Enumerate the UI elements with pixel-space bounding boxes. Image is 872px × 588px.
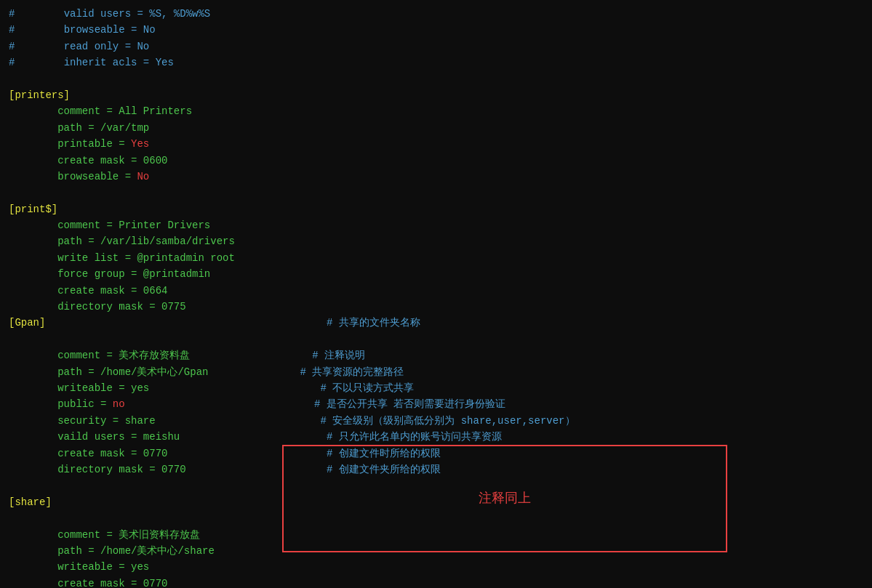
code-token: vaild users = meishu xyxy=(9,429,180,445)
code-token: # 安全级别（级别高低分别为 share,user,server） xyxy=(156,413,575,429)
code-token: path = /home/美术中心/Gpan xyxy=(9,364,208,380)
code-token: writeable = xyxy=(9,380,131,396)
code-token: public = xyxy=(9,396,113,412)
code-token: # 共享资源的完整路径 xyxy=(208,364,404,380)
code-line: path = /var/lib/samba/drivers xyxy=(9,233,863,249)
code-token: # 只允许此名单内的账号访问共享资源 xyxy=(180,429,501,445)
annotation-box: 注释同上 xyxy=(282,445,727,552)
code-token: create mask = 0770 xyxy=(9,446,167,462)
code-line xyxy=(9,185,863,201)
code-line: comment = 美术存放资料盘 # 注释说明 xyxy=(9,347,863,363)
code-token: write list = @printadmin root xyxy=(9,250,235,266)
code-line: create mask = 0664 xyxy=(9,283,863,299)
code-token: # 注释说明 xyxy=(190,347,365,363)
code-token: # xyxy=(9,6,15,22)
code-token: browseable = xyxy=(9,169,137,185)
code-token: yes xyxy=(131,559,149,575)
code-line: directory mask = 0775 xyxy=(9,299,863,315)
code-line: create mask = 0770 xyxy=(9,576,863,588)
code-line: # inherit acls = Yes xyxy=(9,55,863,71)
code-token: # 共享的文件夹名称 xyxy=(45,315,420,331)
code-token: [share] xyxy=(9,494,52,510)
code-token: inherit acls = Yes xyxy=(15,55,173,71)
code-token: yes xyxy=(131,380,149,396)
code-token: comment = All Printers xyxy=(9,103,192,119)
code-line: path = /home/美术中心/Gpan # 共享资源的完整路径 xyxy=(9,364,863,380)
code-token: valid users = %S, %D%w%S xyxy=(15,6,210,22)
code-token: create mask = 0664 xyxy=(9,283,167,299)
code-token: comment = 美术旧资料存放盘 xyxy=(9,527,200,543)
code-line: vaild users = meishu # 只允许此名单内的账号访问共享资源 xyxy=(9,429,863,445)
code-line: [print$] xyxy=(9,201,863,217)
code-line: printable = Yes xyxy=(9,136,863,152)
code-line: security = share # 安全级别（级别高低分别为 share,us… xyxy=(9,413,863,429)
code-token: [printers] xyxy=(9,87,70,103)
code-line xyxy=(9,71,863,87)
code-token: # 是否公开共享 若否则需要进行身份验证 xyxy=(125,396,506,412)
code-token: comment = Printer Drivers xyxy=(9,217,210,233)
code-line xyxy=(9,331,863,347)
code-token: path = /var/lib/samba/drivers xyxy=(9,233,235,249)
code-token: # xyxy=(9,55,15,71)
code-token: # 不以只读方式共享 xyxy=(149,380,414,396)
code-token: read only = No xyxy=(15,39,149,55)
code-token: path = /var/tmp xyxy=(9,120,149,136)
code-line: force group = @printadmin xyxy=(9,266,863,282)
code-line: # read only = No xyxy=(9,39,863,55)
code-line: [Gpan] # 共享的文件夹名称 xyxy=(9,315,863,331)
code-token: comment = 美术存放资料盘 xyxy=(9,347,190,363)
code-token: force group = @printadmin xyxy=(9,266,210,282)
code-token: Yes xyxy=(131,136,149,152)
code-line: writeable = yes # 不以只读方式共享 xyxy=(9,380,863,396)
code-line: writeable = yes xyxy=(9,559,863,575)
code-token: directory mask = 0770 xyxy=(9,462,186,478)
code-token: security = share xyxy=(9,413,156,429)
code-area: # valid users = %S, %D%w%S# browseable =… xyxy=(0,0,872,588)
annotation-text: 注释同上 xyxy=(479,488,531,510)
code-token: # xyxy=(9,22,15,38)
code-token: writeable = xyxy=(9,559,131,575)
code-token: browseable = No xyxy=(15,22,155,38)
code-token: create mask = 0770 xyxy=(9,576,167,588)
code-line: create mask = 0600 xyxy=(9,153,863,169)
code-token: no xyxy=(113,396,125,412)
code-token: printable = xyxy=(9,136,131,152)
code-line: comment = All Printers xyxy=(9,103,863,119)
code-token: [print$] xyxy=(9,201,57,217)
code-line: comment = Printer Drivers xyxy=(9,217,863,233)
code-token: No xyxy=(137,169,149,185)
code-token: [Gpan] xyxy=(9,315,45,331)
code-line: write list = @printadmin root xyxy=(9,250,863,266)
code-token: create mask = 0600 xyxy=(9,153,167,169)
code-line: public = no # 是否公开共享 若否则需要进行身份验证 xyxy=(9,396,863,412)
code-token: directory mask = 0775 xyxy=(9,299,186,315)
code-line: [printers] xyxy=(9,87,863,103)
code-line: # browseable = No xyxy=(9,22,863,38)
code-line: browseable = No xyxy=(9,169,863,185)
code-line: path = /var/tmp xyxy=(9,120,863,136)
code-token: path = /home/美术中心/share xyxy=(9,543,215,559)
code-token: # xyxy=(9,39,15,55)
code-line: # valid users = %S, %D%w%S xyxy=(9,6,863,22)
